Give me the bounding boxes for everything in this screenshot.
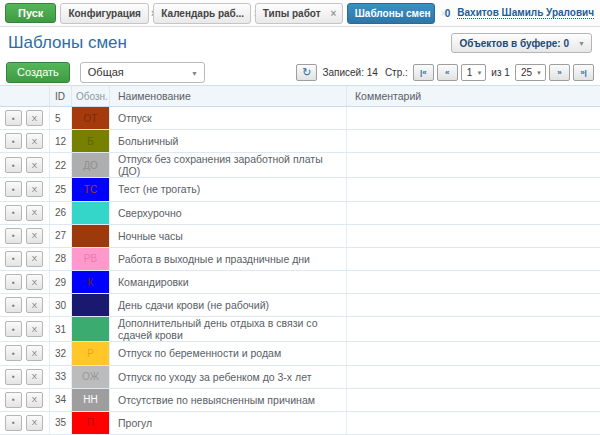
column-header-actions xyxy=(0,86,50,106)
table-row[interactable]: ▪ X 27 Ночные часы xyxy=(0,225,600,248)
app-window: Пуск Конфигурация × Календарь раб... × Т… xyxy=(0,0,600,435)
delete-row-button[interactable]: X xyxy=(26,205,43,221)
row-id-cell: 29 xyxy=(50,271,72,293)
delete-row-button[interactable]: X xyxy=(26,274,43,290)
delete-icon: X xyxy=(32,372,37,381)
column-header-comment[interactable]: Комментарий xyxy=(347,86,600,106)
delete-icon: X xyxy=(32,208,37,217)
delete-row-button[interactable]: X xyxy=(26,297,43,313)
row-comment-cell xyxy=(347,317,600,341)
delete-icon: X xyxy=(32,231,37,240)
table-row[interactable]: ▪ X 32 Р Отпуск по беременности и родам xyxy=(0,342,600,365)
delete-row-button[interactable]: X xyxy=(26,415,43,431)
prev-page-button[interactable]: « xyxy=(437,64,458,81)
column-header-name[interactable]: Наименование xyxy=(110,86,347,106)
table-row[interactable]: ▪ X 28 РВ Работа в выходные и праздничны… xyxy=(0,248,600,271)
buffer-button-label: Объектов в буфере: 0 xyxy=(460,38,569,49)
row-name-cell: Командировки xyxy=(110,271,347,293)
delete-row-button[interactable]: X xyxy=(26,157,43,173)
edit-row-button[interactable]: ▪ xyxy=(5,345,22,361)
designation-color-swatch: НН xyxy=(72,389,110,411)
table-row[interactable]: ▪ X 5 ОТ Отпуск xyxy=(0,107,600,130)
designation-color-swatch: ОТ xyxy=(72,107,110,129)
row-id-cell: 22 xyxy=(50,153,72,177)
edit-row-button[interactable]: ▪ xyxy=(5,321,22,337)
table-row[interactable]: ▪ X 29 К Командировки xyxy=(0,271,600,294)
row-id-cell: 32 xyxy=(50,342,72,364)
row-comment-cell xyxy=(347,294,600,316)
delete-row-button[interactable]: X xyxy=(26,369,43,385)
start-button[interactable]: Пуск xyxy=(5,3,56,23)
delete-row-button[interactable]: X xyxy=(26,345,43,361)
delete-row-button[interactable]: X xyxy=(26,251,43,267)
row-id-cell: 34 xyxy=(50,389,72,411)
designation-color-swatch: ТС xyxy=(72,178,110,200)
table-row[interactable]: ▪ X 12 Б Больничный xyxy=(0,130,600,153)
tab-work-calendar[interactable]: Календарь раб... × xyxy=(153,3,250,24)
edit-row-button[interactable]: ▪ xyxy=(5,297,22,313)
table-row[interactable]: ▪ X 25 ТС Тест (не трогать) xyxy=(0,178,600,201)
delete-row-button[interactable]: X xyxy=(26,110,43,126)
table-row[interactable]: ▪ X 22 ДО Отпуск без сохранения заработн… xyxy=(0,153,600,178)
edit-row-button[interactable]: ▪ xyxy=(5,133,22,149)
edit-row-button[interactable]: ▪ xyxy=(5,181,22,197)
table-row[interactable]: ▪ X 26 Сверхурочно xyxy=(0,202,600,225)
page-size-value: 25 xyxy=(521,67,532,78)
delete-row-button[interactable]: X xyxy=(26,228,43,244)
refresh-button[interactable]: ↻ xyxy=(296,64,317,81)
edit-row-button[interactable]: ▪ xyxy=(5,157,22,173)
delete-icon: X xyxy=(32,114,37,123)
page-title: Шаблоны смен xyxy=(8,33,127,53)
page-size-select[interactable]: 25 ▼ xyxy=(515,64,546,81)
table-row[interactable]: ▪ X 31 Дополнительный день отдыха в связ… xyxy=(0,317,600,342)
column-header-id[interactable]: ID xyxy=(50,86,72,106)
delete-row-button[interactable]: X xyxy=(26,392,43,408)
tab-configuration[interactable]: Конфигурация × xyxy=(60,3,149,24)
edit-row-button[interactable]: ▪ xyxy=(5,274,22,290)
tab-label: Типы работ xyxy=(263,8,321,19)
edit-row-button[interactable]: ▪ xyxy=(5,251,22,267)
row-id-cell: 27 xyxy=(50,225,72,247)
edit-row-button[interactable]: ▪ xyxy=(5,369,22,385)
designation-color-swatch: Р xyxy=(72,342,110,364)
last-page-button[interactable]: »| xyxy=(573,64,594,81)
first-page-button[interactable]: |« xyxy=(413,64,434,81)
table-row[interactable]: ▪ X 33 ОЖ Отпуск по уходу за ребенком до… xyxy=(0,366,600,389)
row-comment-cell xyxy=(347,202,600,224)
create-button[interactable]: Создать xyxy=(6,62,70,83)
delete-row-button[interactable]: X xyxy=(26,321,43,337)
designation-color-swatch: ДО xyxy=(72,153,110,177)
table-row[interactable]: ▪ X 34 НН Отсутствие по невыясненным при… xyxy=(0,389,600,412)
edit-icon: ▪ xyxy=(12,231,15,240)
edit-row-button[interactable]: ▪ xyxy=(5,205,22,221)
chevron-down-icon: ▼ xyxy=(578,40,585,47)
user-name-link[interactable]: Вахитов Шамиль Уралович xyxy=(457,7,594,19)
next-page-button[interactable]: » xyxy=(549,64,570,81)
edit-row-button[interactable]: ▪ xyxy=(5,392,22,408)
edit-row-button[interactable]: ▪ xyxy=(5,415,22,431)
buffer-dropdown-button[interactable]: Объектов в буфере: 0 ▼ xyxy=(451,33,592,53)
close-icon[interactable]: × xyxy=(331,8,337,19)
category-select[interactable]: Общая ▼ xyxy=(80,62,205,83)
row-comment-cell xyxy=(347,178,600,200)
edit-icon: ▪ xyxy=(12,114,15,123)
row-name-cell: Отпуск по уходу за ребенком до 3-х лет xyxy=(110,366,347,388)
tab-work-types[interactable]: Типы работ × xyxy=(255,3,343,24)
column-header-designation[interactable]: Обозн. xyxy=(72,86,110,106)
current-page-select[interactable]: 1 ▼ xyxy=(461,64,487,81)
notification-counter: 0 xyxy=(445,8,451,19)
delete-icon: X xyxy=(32,137,37,146)
edit-row-button[interactable]: ▪ xyxy=(5,110,22,126)
row-id-cell: 30 xyxy=(50,294,72,316)
row-comment-cell xyxy=(347,366,600,388)
delete-row-button[interactable]: X xyxy=(26,133,43,149)
delete-icon: X xyxy=(32,395,37,404)
row-id-cell: 35 xyxy=(50,412,72,434)
table-row[interactable]: ▪ X 30 День сдачи крови (не рабочий) xyxy=(0,294,600,317)
tab-shift-templates-active[interactable]: Шаблоны смен × xyxy=(347,3,435,24)
edit-row-button[interactable]: ▪ xyxy=(5,228,22,244)
table-row[interactable]: ▪ X 35 П Прогул xyxy=(0,412,600,435)
delete-row-button[interactable]: X xyxy=(26,181,43,197)
row-comment-cell xyxy=(347,107,600,129)
designation-color-swatch xyxy=(72,294,110,316)
